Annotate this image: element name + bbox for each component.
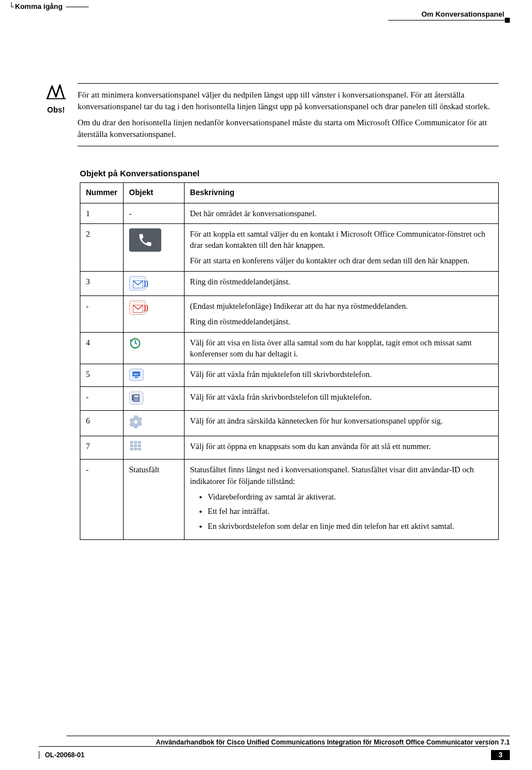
cell-object: - — [123, 203, 184, 223]
cell-number: 3 — [80, 271, 124, 295]
svg-rect-4 — [132, 371, 140, 376]
svg-rect-22 — [134, 448, 137, 450]
page-header: Komma igång Om Konversationspanel — [44, 0, 499, 22]
deskphone-icon — [129, 391, 144, 406]
list-item: En skrivbordstelefon som delar en linje … — [208, 521, 493, 532]
list-item: Ett fel har inträffat. — [208, 506, 493, 517]
cell-object: )) — [123, 271, 184, 295]
cell-object — [123, 436, 184, 460]
th-number: Nummer — [80, 183, 124, 203]
cell-description: För att koppla ett samtal väljer du en k… — [184, 223, 498, 271]
cell-description: Välj för att växla från mjuktelefon till… — [184, 364, 498, 386]
table-row: 3))Ring din röstmeddelandetjänst. — [80, 271, 499, 295]
header-section: Om Konversationspanel — [421, 10, 504, 18]
cell-description: Välj för att växla från skrivbordstelefo… — [184, 386, 498, 410]
table-row: 4Välj för att visa en lista över alla sa… — [80, 332, 499, 364]
note-label: Obs! — [44, 105, 68, 114]
cell-description: Ring din röstmeddelandetjänst. — [184, 271, 498, 295]
table-row: -Välj för att växla från skrivbordstelef… — [80, 386, 499, 410]
footer-doc-code: OL-20068-01 — [45, 751, 84, 759]
svg-rect-14 — [132, 395, 133, 401]
cell-object: )) — [123, 296, 184, 333]
note-icon — [46, 93, 66, 101]
svg-rect-18 — [130, 445, 133, 447]
svg-point-12 — [136, 400, 137, 401]
cell-description: Välj för att öppna en knappsats som du k… — [184, 436, 498, 460]
th-object: Objekt — [123, 183, 184, 203]
cell-number: 2 — [80, 223, 124, 271]
svg-rect-17 — [138, 441, 141, 443]
header-chapter: Komma igång — [14, 2, 66, 12]
table-row: 2För att koppla ett samtal väljer du en … — [80, 223, 499, 271]
table-row: 7Välj för att öppna en knappsats som du … — [80, 436, 499, 460]
cell-description: Välj för att ändra särskilda kännetecken… — [184, 410, 498, 436]
cell-number: 5 — [80, 364, 124, 386]
softphone-icon — [129, 369, 144, 381]
cell-number: 7 — [80, 436, 124, 460]
cell-number: 4 — [80, 332, 124, 364]
phone-icon — [129, 228, 161, 252]
svg-point-9 — [136, 399, 137, 400]
svg-point-13 — [137, 400, 138, 401]
objects-table: Nummer Objekt Beskrivning 1-Det här områ… — [80, 182, 499, 540]
th-description: Beskrivning — [184, 183, 498, 203]
cell-number: - — [80, 460, 124, 539]
list-item: Vidarebefordring av samtal är aktiverat. — [208, 491, 493, 502]
cell-number: 1 — [80, 203, 124, 223]
svg-point-8 — [134, 399, 135, 400]
dialpad-icon — [129, 441, 142, 455]
note-paragraph: Om du drar den horisontella linjen nedan… — [78, 117, 499, 140]
cell-description: Statusfältet finns längst ned i konversa… — [184, 460, 498, 539]
gear-icon — [129, 415, 142, 431]
cell-object — [123, 410, 184, 436]
cell-object — [123, 332, 184, 364]
cell-object: Statusfält — [123, 460, 184, 539]
cell-number: - — [80, 296, 124, 333]
table-row: -))(Endast mjuktelefonläge) Indikerar at… — [80, 296, 499, 333]
page-footer: Användarhandbok för Cisco Unified Commun… — [0, 736, 532, 760]
table-row: 6Välj för att ändra särskilda kännetecke… — [80, 410, 499, 436]
footer-manual-title: Användarhandbok för Cisco Unified Commun… — [66, 736, 510, 746]
cell-description: (Endast mjuktelefonläge) Indikerar att d… — [184, 296, 498, 333]
cell-description: Välj för att visa en lista över alla sam… — [184, 332, 498, 364]
svg-point-11 — [134, 400, 135, 401]
svg-rect-5 — [135, 377, 138, 378]
svg-rect-21 — [130, 448, 133, 450]
voicemail-icon: )) — [129, 276, 146, 291]
history-icon — [129, 337, 141, 352]
cell-description: Det här området är konversationspanel. — [184, 203, 498, 223]
svg-point-10 — [137, 399, 138, 400]
svg-rect-15 — [130, 441, 133, 443]
svg-rect-7 — [134, 395, 139, 397]
cell-object — [123, 386, 184, 410]
voicemail-new-icon: )) — [129, 300, 146, 315]
svg-rect-20 — [138, 445, 141, 447]
table-row: 1-Det här området är konversationspanel. — [80, 203, 499, 223]
note-block: Obs! För att minimera konversationspanel… — [44, 83, 499, 146]
footer-page-number: 3 — [491, 750, 510, 760]
cell-number: 6 — [80, 410, 124, 436]
svg-rect-23 — [138, 448, 141, 450]
table-row: 5Välj för att växla från mjuktelefon til… — [80, 364, 499, 386]
note-paragraph: För att minimera konversationspanel välj… — [78, 89, 499, 113]
table-row: -StatusfältStatusfältet finns längst ned… — [80, 460, 499, 539]
svg-rect-16 — [134, 441, 137, 443]
svg-rect-19 — [134, 445, 137, 447]
cell-object — [123, 223, 184, 271]
table-title: Objekt på Konversationspanel — [80, 169, 499, 178]
cell-object — [123, 364, 184, 386]
cell-number: - — [80, 386, 124, 410]
